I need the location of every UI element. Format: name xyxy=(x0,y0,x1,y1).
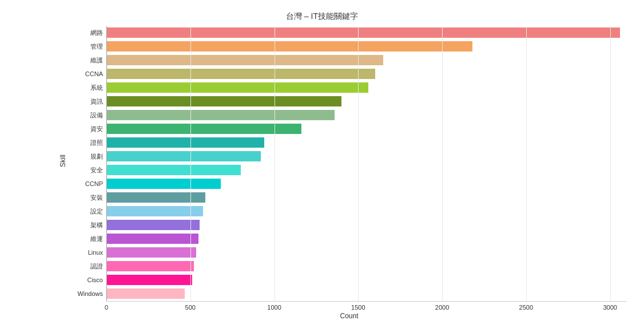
bar-fill xyxy=(106,27,620,38)
bar-fill xyxy=(106,110,335,120)
x-axis-line xyxy=(106,301,627,302)
bar-track xyxy=(106,165,627,175)
bar-row: 系統 xyxy=(71,81,627,94)
bar-label: CCNP xyxy=(71,180,103,187)
bar-row: 管理 xyxy=(71,40,627,53)
bar-row: CCNA xyxy=(71,68,627,80)
bar-fill xyxy=(106,55,383,65)
bar-track xyxy=(106,151,627,161)
bar-fill xyxy=(106,96,341,106)
bar-track xyxy=(106,179,627,189)
bar-track xyxy=(106,261,627,271)
bar-row: 設定 xyxy=(71,205,627,218)
bar-track xyxy=(106,82,627,93)
bar-row: Cisco xyxy=(71,274,627,286)
bar-row: 資訊 xyxy=(71,95,627,108)
bar-fill xyxy=(106,288,185,299)
bar-row: 證照 xyxy=(71,136,627,149)
bar-row: Linux xyxy=(71,246,627,259)
bar-label: 證照 xyxy=(71,139,103,147)
bar-row: 維護 xyxy=(71,54,627,66)
bar-track xyxy=(106,247,627,258)
bar-label: Cisco xyxy=(71,276,103,283)
x-tick: 1000 xyxy=(267,304,281,311)
bar-row: 規劃 xyxy=(71,150,627,163)
plot-area: 網路管理維護CCNA系統資訊設備資安證照規劃安全CCNP安裝設定架構維運Linu… xyxy=(71,26,627,295)
bar-track xyxy=(106,288,627,299)
bar-track xyxy=(106,41,627,52)
bar-label: 維運 xyxy=(71,235,103,243)
bar-fill xyxy=(106,151,261,161)
bar-fill xyxy=(106,247,196,258)
bar-row: 架構 xyxy=(71,219,627,231)
bar-fill xyxy=(106,206,203,216)
bar-label: 資訊 xyxy=(71,97,103,106)
chart-area: Skill 網路管理維護CCNA系統資訊設備資安證照規劃安全CCNP安裝設定架構… xyxy=(57,26,627,295)
bar-label: 系統 xyxy=(71,84,103,92)
y-axis-label: Skill xyxy=(57,26,69,295)
bar-label: 管理 xyxy=(71,42,103,51)
bar-fill xyxy=(106,124,301,134)
bars-wrapper: 網路管理維護CCNA系統資訊設備資安證照規劃安全CCNP安裝設定架構維運Linu… xyxy=(71,26,627,301)
x-tick: 0 xyxy=(105,304,108,311)
bar-track xyxy=(106,124,627,134)
bar-row: CCNP xyxy=(71,177,627,190)
bar-row: Windows xyxy=(71,287,627,300)
bar-label: 安裝 xyxy=(71,193,103,202)
bar-track xyxy=(106,110,627,120)
bar-row: 資安 xyxy=(71,122,627,135)
bar-label: CCNA xyxy=(71,70,103,77)
bar-track xyxy=(106,55,627,65)
bar-row: 安全 xyxy=(71,164,627,176)
bar-fill xyxy=(106,137,264,148)
chart-title: 台灣 – IT技能關鍵字 xyxy=(17,11,627,22)
x-tick: 3000 xyxy=(603,304,617,311)
bar-track xyxy=(106,234,627,244)
bar-fill xyxy=(106,275,192,285)
bar-fill xyxy=(106,220,200,230)
bar-label: Windows xyxy=(71,290,103,297)
bar-track xyxy=(106,192,627,203)
bar-row: 認證 xyxy=(71,260,627,272)
bar-row: 網路 xyxy=(71,26,627,39)
bar-track xyxy=(106,27,627,38)
bar-row: 安裝 xyxy=(71,191,627,204)
bar-label: Linux xyxy=(71,249,103,256)
bar-fill xyxy=(106,165,241,175)
bar-fill xyxy=(106,192,205,203)
bar-label: 安全 xyxy=(71,166,103,175)
bar-fill xyxy=(106,234,198,244)
bar-label: 認證 xyxy=(71,262,103,271)
x-tick: 500 xyxy=(185,304,196,311)
x-axis-title: Count xyxy=(71,312,627,320)
x-tick: 2500 xyxy=(519,304,533,311)
bar-track xyxy=(106,220,627,230)
bar-track xyxy=(106,206,627,216)
bar-track xyxy=(106,275,627,285)
bar-label: 資安 xyxy=(71,125,103,133)
bar-fill xyxy=(106,261,194,271)
bar-label: 架構 xyxy=(71,221,103,230)
x-axis: 050010001500200025003000 xyxy=(106,301,627,302)
bar-label: 網路 xyxy=(71,29,103,37)
chart-container: 台灣 – IT技能關鍵字 Skill 網路管理維護CCNA系統資訊設備資安證照規… xyxy=(0,0,644,332)
bar-label: 維護 xyxy=(71,56,103,65)
bar-label: 設備 xyxy=(71,111,103,120)
x-tick: 2000 xyxy=(435,304,449,311)
bar-track xyxy=(106,69,627,79)
bar-fill xyxy=(106,41,472,52)
bar-track xyxy=(106,137,627,148)
bar-fill xyxy=(106,82,368,93)
bar-label: 規劃 xyxy=(71,152,103,161)
x-tick: 1500 xyxy=(351,304,365,311)
bar-fill xyxy=(106,69,375,79)
bar-row: 設備 xyxy=(71,109,627,121)
bar-label: 設定 xyxy=(71,207,103,216)
bar-row: 維運 xyxy=(71,232,627,245)
bar-fill xyxy=(106,179,221,189)
bar-track xyxy=(106,96,627,106)
